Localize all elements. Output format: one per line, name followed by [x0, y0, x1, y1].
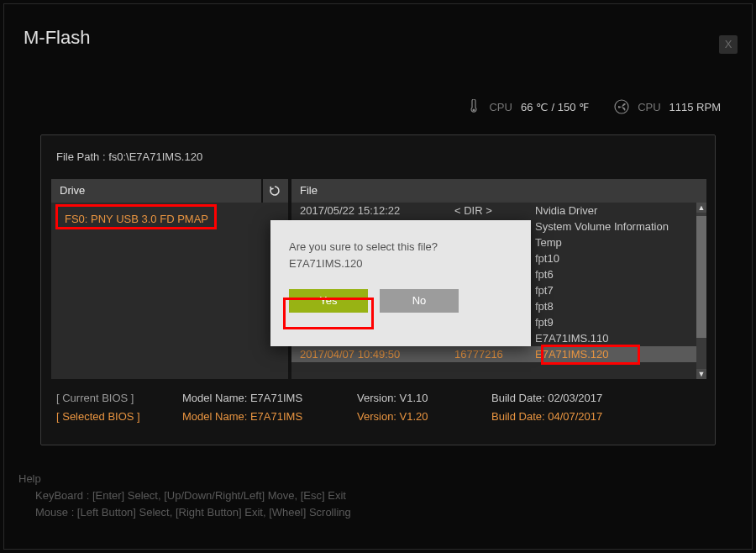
model-name: Model Name: E7A71IMS — [182, 408, 332, 426]
thermometer-icon — [467, 99, 480, 114]
scrollbar[interactable]: ▲ ▼ — [696, 203, 706, 379]
cpu-temp-value: 66 ℃ / 150 ℉ — [521, 101, 589, 113]
file-name: fpt7 — [535, 282, 706, 298]
cpu-fan-value: 1115 RPM — [669, 101, 721, 113]
refresh-icon — [268, 184, 281, 198]
scroll-thumb[interactable] — [696, 216, 706, 338]
help-title: Help — [18, 471, 351, 487]
file-header: File — [291, 179, 706, 203]
file-date: 2017/05/22 15:12:22 — [291, 203, 454, 219]
dialog-buttons: Yes No — [289, 289, 512, 313]
refresh-button[interactable] — [261, 179, 286, 203]
cpu-fan-label: CPU — [638, 101, 660, 113]
svg-point-0 — [473, 108, 475, 111]
drive-list: FS0: PNY USB 3.0 FD PMAP — [51, 203, 288, 379]
current-bios-row: [ Current BIOS ] Model Name: E7A71IMS Ve… — [56, 389, 643, 408]
current-bios-label: [ Current BIOS ] — [56, 389, 157, 408]
file-size: < DIR > — [454, 203, 535, 219]
file-name: fpt8 — [535, 298, 706, 314]
yes-button[interactable]: Yes — [289, 289, 368, 313]
drive-header: Drive — [51, 179, 288, 203]
build-date: Build Date: 02/03/2017 — [491, 389, 643, 408]
file-name: E7A71IMS.120 — [535, 346, 706, 362]
confirm-dialog: Are you sure to select this file? E7A71I… — [270, 220, 531, 346]
fan-icon — [614, 99, 629, 114]
file-name: fpt9 — [535, 314, 706, 330]
dialog-line2: E7A71IMS.120 — [289, 255, 512, 272]
help-mouse: Mouse : [Left Button] Select, [Right But… — [35, 504, 351, 521]
drive-item[interactable]: FS0: PNY USB 3.0 FD PMAP — [60, 209, 213, 229]
file-name: System Volume Information — [535, 219, 706, 234]
no-button[interactable]: No — [380, 289, 459, 313]
help-section: Help KeyBoard : [Enter] Select, [Up/Down… — [18, 471, 351, 521]
file-row[interactable]: 2017/05/22 15:12:22< DIR >Nvidia Driver — [291, 203, 706, 219]
file-name: Temp — [535, 234, 706, 250]
bios-info: [ Current BIOS ] Model Name: E7A71IMS Ve… — [56, 389, 643, 426]
file-name: E7A71IMS.110 — [535, 330, 706, 346]
file-name: Nvidia Driver — [535, 203, 706, 219]
file-name: fpt6 — [535, 266, 706, 282]
app-title: M-Flash — [24, 27, 90, 49]
file-date: 2017/04/07 10:49:50 — [291, 346, 454, 362]
selected-bios-label: [ Selected BIOS ] — [56, 408, 157, 426]
status-bar: CPU 66 ℃ / 150 ℉ CPU 1115 RPM — [467, 99, 721, 114]
build-date: Build Date: 04/07/2017 — [491, 408, 643, 426]
cpu-temp-label: CPU — [489, 101, 512, 113]
selected-bios-row: [ Selected BIOS ] Model Name: E7A71IMS V… — [56, 408, 643, 426]
scroll-down-icon[interactable]: ▼ — [696, 369, 706, 379]
version: Version: V1.20 — [357, 408, 466, 426]
version: Version: V1.10 — [357, 389, 466, 408]
dialog-text: Are you sure to select this file? E7A71I… — [289, 239, 512, 272]
file-row[interactable]: 2017/04/07 10:49:5016777216E7A71IMS.120 — [291, 346, 706, 362]
help-keyboard: KeyBoard : [Enter] Select, [Up/Down/Righ… — [35, 487, 351, 504]
dialog-line1: Are you sure to select this file? — [289, 239, 512, 255]
file-path: File Path : fs0:\E7A71IMS.120 — [56, 150, 202, 163]
model-name: Model Name: E7A71IMS — [182, 389, 332, 408]
scroll-up-icon[interactable]: ▲ — [696, 203, 706, 213]
close-button[interactable]: X — [719, 35, 738, 54]
file-name: fpt10 — [535, 250, 706, 266]
file-size: 16777216 — [454, 346, 535, 362]
